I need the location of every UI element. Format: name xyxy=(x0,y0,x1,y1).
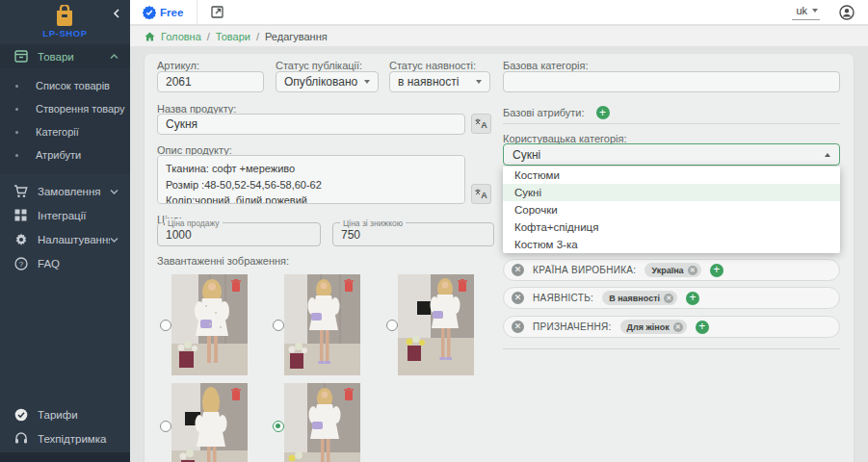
sub-item-label: Створення товару xyxy=(36,103,125,115)
category-option-kofta-spidnytsia[interactable]: Кофта+спідниця xyxy=(503,218,840,236)
sidebar-logo: LP-SHOP xyxy=(0,0,130,44)
logo-title: LP-SHOP xyxy=(0,28,130,38)
sidebar-item-label: FAQ xyxy=(38,258,118,270)
language-select[interactable]: uk xyxy=(792,4,820,20)
sku-input[interactable] xyxy=(157,71,264,92)
svg-text:A: A xyxy=(481,120,487,129)
svg-text:?: ? xyxy=(18,260,23,269)
category-dropdown: Костюми Сукні Сорочки Кофта+спідниця Кос… xyxy=(503,167,840,253)
add-base-attribute-icon[interactable] xyxy=(596,106,610,119)
bullet-icon xyxy=(15,154,18,157)
sub-item-label: Атрибути xyxy=(36,149,81,161)
translate-name-button[interactable]: A xyxy=(471,114,491,134)
sidebar-item-attributes[interactable]: Атрибути xyxy=(0,143,130,167)
remove-value-icon[interactable] xyxy=(688,266,697,275)
sidebar-item-product-create[interactable]: Створення товару xyxy=(0,97,130,120)
discount-price-field[interactable]: Ціна зі знижкою 750 xyxy=(332,222,494,246)
sidebar-collapse-icon[interactable] xyxy=(113,9,120,18)
breadcrumb-products[interactable]: Товари xyxy=(216,31,250,42)
delete-image-icon[interactable] xyxy=(458,279,467,292)
sidebar-item-tariffs[interactable]: Тарифи xyxy=(0,402,130,426)
image-radio-2[interactable] xyxy=(273,320,284,331)
sidebar-item-label: Замовлення xyxy=(38,186,110,197)
topbar: Free uk xyxy=(130,0,868,25)
description-textarea[interactable]: Тканина: софт +мереживо Розмір :48-50,52… xyxy=(157,155,465,204)
edit-product-card: Артикул: Статус публікації: Опубліковано… xyxy=(145,54,854,462)
remove-value-icon[interactable] xyxy=(673,322,683,332)
add-value-icon[interactable] xyxy=(686,292,699,305)
gear-icon xyxy=(13,232,28,246)
product-image-3 xyxy=(398,274,474,375)
attribute-name: НАЯВНІСТЬ: xyxy=(533,293,593,303)
delete-image-icon[interactable] xyxy=(231,279,241,292)
image-radio-1[interactable] xyxy=(160,320,171,331)
products-submenu: Список товарів Створення товару Категорі… xyxy=(0,68,130,174)
translate-description-button[interactable]: A xyxy=(471,184,491,204)
custom-category-select[interactable]: Сукні xyxy=(503,143,840,166)
base-attributes-row: Базові атрибути: xyxy=(503,106,610,119)
sidebar-item-faq[interactable]: ? FAQ xyxy=(0,251,130,275)
category-option-sukni[interactable]: Сукні xyxy=(503,184,840,201)
plan-badge[interactable]: Free xyxy=(143,6,183,19)
attribute-name: ПРИЗНАЧЕННЯ: xyxy=(533,321,612,332)
sidebar-spacer xyxy=(0,275,130,402)
divider xyxy=(503,348,840,349)
delete-image-icon[interactable] xyxy=(344,388,354,400)
sidebar-item-integrations[interactable]: Інтеграції xyxy=(0,203,130,227)
add-value-icon[interactable] xyxy=(710,264,723,277)
discount-price-value: 750 xyxy=(341,228,360,242)
availability-status-select[interactable]: в наявності xyxy=(389,71,490,92)
product-image-1 xyxy=(171,274,248,375)
base-category-input[interactable] xyxy=(503,71,840,92)
product-image-2 xyxy=(284,274,360,375)
product-image-4 xyxy=(171,383,248,462)
category-option-sorochky[interactable]: Сорочки xyxy=(503,201,840,218)
app-window: LP-SHOP Товари Список товарів Створення … xyxy=(0,0,868,462)
sidebar-item-label: Налаштування xyxy=(38,234,110,245)
sidebar-item-settings[interactable]: Налаштування xyxy=(0,227,130,251)
attribute-value-chip: В наявності xyxy=(602,291,677,305)
home-icon xyxy=(145,32,155,41)
open-storefront-button[interactable] xyxy=(211,6,224,18)
sidebar-item-label: Інтеграції xyxy=(38,210,118,221)
remove-attribute-icon[interactable] xyxy=(512,292,524,304)
image-radio-4[interactable] xyxy=(160,421,171,432)
remove-value-icon[interactable] xyxy=(664,294,673,303)
open-in-new-icon xyxy=(211,6,224,18)
sidebar-item-categories[interactable]: Категорії xyxy=(0,120,130,143)
image-radio-3[interactable] xyxy=(386,320,398,331)
category-option-kostiumy[interactable]: Костюми xyxy=(503,167,840,184)
attribute-row-availability: НАЯВНІСТЬ: В наявності xyxy=(503,287,840,309)
images-section-label: Завантаженні зображення: xyxy=(157,255,289,267)
remove-attribute-icon[interactable] xyxy=(512,321,524,333)
sale-price-legend: Ціна продажу xyxy=(165,218,223,228)
discount-price-legend: Ціна зі знижкою xyxy=(340,218,406,228)
account-icon xyxy=(839,5,855,20)
sale-price-field[interactable]: Ціна продажу 1000 xyxy=(157,222,321,246)
account-button[interactable] xyxy=(839,5,855,20)
category-option-kostium-3ka[interactable]: Костюм 3-ка xyxy=(503,236,840,253)
remove-attribute-icon[interactable] xyxy=(512,264,524,276)
sidebar-item-orders[interactable]: Замовлення xyxy=(0,179,130,203)
sidebar-item-products-list[interactable]: Список товарів xyxy=(0,74,130,97)
products-box-icon xyxy=(13,49,28,64)
translate-icon: A xyxy=(475,189,487,199)
product-image-5 xyxy=(284,383,360,462)
breadcrumb-current: Редагування xyxy=(265,31,328,42)
sidebar-item-products[interactable]: Товари xyxy=(0,44,130,68)
publication-status-select[interactable]: Опубліковано xyxy=(276,71,379,92)
plan-badge-label: Free xyxy=(160,7,183,18)
image-radio-5[interactable] xyxy=(273,421,284,432)
breadcrumb-home[interactable]: Головна xyxy=(161,31,201,42)
delete-image-icon[interactable] xyxy=(344,279,354,292)
delete-image-icon[interactable] xyxy=(231,388,241,400)
sidebar-item-label: Товари xyxy=(38,51,110,63)
chevron-down-icon xyxy=(812,9,818,13)
product-name-input[interactable] xyxy=(157,114,465,135)
question-circle-icon: ? xyxy=(13,256,28,270)
base-attributes-label: Базові атрибути: xyxy=(503,107,585,118)
chevron-up-icon xyxy=(825,153,830,157)
sidebar-item-support[interactable]: Техпідтримка xyxy=(0,426,130,450)
add-value-icon[interactable] xyxy=(696,321,709,334)
chevron-down-icon xyxy=(110,189,118,194)
